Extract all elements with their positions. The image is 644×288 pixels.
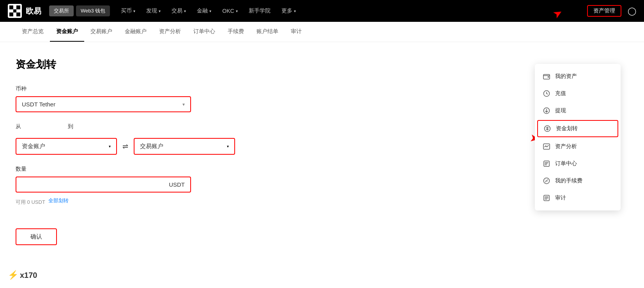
- nav-trade[interactable]: 交易 ▾: [167, 7, 191, 14]
- to-account-select[interactable]: 交易账户 ▾: [134, 138, 235, 155]
- subnav-asset-overview[interactable]: 资产总览: [16, 22, 50, 42]
- chevron-down-icon: ▾: [109, 144, 111, 148]
- coin-select-dropdown[interactable]: USDT Tether ▾: [16, 96, 191, 112]
- dropdown-label-withdraw: 提现: [555, 107, 566, 114]
- subnav-order-center[interactable]: 订单中心: [187, 22, 221, 42]
- chevron-down-icon: ▾: [159, 9, 161, 13]
- orders-icon: [543, 160, 550, 168]
- subnav-trade-account[interactable]: 交易账户: [84, 22, 119, 42]
- subnav-account-statement[interactable]: 账户结单: [250, 22, 285, 42]
- coin-select-value: USDT Tether: [22, 101, 55, 108]
- dropdown-item-order-center[interactable]: 订单中心: [535, 155, 621, 172]
- fee-icon: [543, 177, 550, 185]
- dropdown-item-my-assets[interactable]: 我的资产: [535, 68, 621, 85]
- dropdown-menu: 我的资产 充值 提现 资金划转 资产分析: [535, 64, 621, 210]
- nav-newbie[interactable]: 新手学院: [244, 7, 275, 14]
- dropdown-item-audit[interactable]: 审计: [535, 189, 621, 207]
- dropdown-label-asset-analysis: 资产分析: [555, 143, 577, 150]
- transfer-all-link[interactable]: 全部划转: [48, 197, 69, 204]
- okx-logo-icon: [8, 4, 22, 18]
- wallet-icon: [543, 72, 550, 80]
- nav-finance[interactable]: 金融 ▾: [192, 7, 216, 14]
- from-label: 从: [16, 123, 21, 130]
- from-account-select[interactable]: 资金账户 ▾: [16, 138, 117, 155]
- dropdown-label-my-assets: 我的资产: [555, 73, 577, 80]
- nav-okc[interactable]: OKC ▾: [218, 8, 242, 14]
- exchange-btn[interactable]: 交易所: [49, 5, 74, 16]
- dropdown-item-asset-analysis[interactable]: 资产分析: [535, 138, 621, 155]
- audit-icon: [543, 194, 550, 202]
- dropdown-item-fee[interactable]: 我的手续费: [535, 172, 621, 189]
- chevron-down-icon: ▾: [236, 9, 238, 13]
- to-account-value: 交易账户: [140, 143, 163, 150]
- nav-buy[interactable]: 买币 ▾: [116, 7, 140, 14]
- subnav-fee[interactable]: 手续费: [221, 22, 250, 42]
- analysis-icon: [543, 143, 550, 150]
- subnav-asset-analysis[interactable]: 资产分析: [153, 22, 187, 42]
- dropdown-label-audit: 审计: [555, 194, 566, 201]
- svg-rect-7: [548, 76, 549, 78]
- confirm-button[interactable]: 确认: [16, 228, 57, 245]
- withdraw-icon: [543, 107, 550, 115]
- dropdown-label-fee: 我的手续费: [555, 177, 582, 184]
- transfer-icon: [543, 125, 551, 133]
- dropdown-item-transfer[interactable]: 资金划转: [537, 120, 618, 137]
- chevron-down-icon: ▾: [184, 9, 186, 13]
- user-profile-button[interactable]: ◯: [628, 6, 636, 16]
- from-account-value: 资金账户: [22, 143, 45, 150]
- subnav-finance-account[interactable]: 金融账户: [119, 22, 153, 42]
- subnav-audit[interactable]: 审计: [285, 22, 308, 42]
- recharge-icon: [543, 90, 550, 97]
- dropdown-label-recharge: 充值: [555, 90, 566, 97]
- swap-icon[interactable]: ⇌: [122, 142, 128, 151]
- chevron-down-icon: ▾: [182, 102, 185, 107]
- svg-rect-4: [9, 12, 13, 16]
- main-content: 资金划转 币种 USDT Tether ▾ 从 到 资金账户 ▾ ⇌ 交易账户 …: [0, 42, 644, 261]
- subnav-fund-account[interactable]: 资金账户: [50, 22, 84, 42]
- navbar-right: 资产管理 ◯: [587, 5, 636, 17]
- chevron-down-icon: ▾: [209, 9, 211, 13]
- available-text: 可用 0 USDT: [16, 199, 45, 206]
- nav-more[interactable]: 更多 ▾: [277, 7, 301, 14]
- dropdown-item-recharge[interactable]: 充值: [535, 85, 621, 102]
- nav-links: 买币 ▾ 发现 ▾ 交易 ▾ 金融 ▾ OKC ▾ 新手学院 更多 ▾: [116, 7, 300, 14]
- nav-discover[interactable]: 发现 ▾: [142, 7, 165, 14]
- amount-input-wrapper: USDT: [16, 177, 191, 193]
- sub-nav: 资产总览 资金账户 交易账户 金融账户 资产分析 订单中心 手续费 账户结单 审…: [0, 22, 644, 42]
- amount-unit: USDT: [169, 181, 185, 188]
- chevron-down-icon: ▾: [294, 9, 296, 13]
- logo-text: 欧易: [26, 6, 41, 16]
- dropdown-label-transfer: 资金划转: [556, 125, 578, 132]
- svg-rect-5: [16, 12, 20, 16]
- logo-area[interactable]: 欧易: [8, 4, 41, 18]
- asset-management-button[interactable]: 资产管理: [587, 5, 621, 17]
- dropdown-label-order-center: 订单中心: [555, 160, 577, 167]
- chevron-down-icon: ▾: [133, 9, 135, 13]
- svg-rect-3: [16, 5, 20, 9]
- svg-rect-2: [13, 9, 16, 12]
- dropdown-item-withdraw[interactable]: 提现: [535, 102, 621, 119]
- svg-rect-1: [9, 5, 13, 9]
- web3-wallet-btn[interactable]: Web3 钱包: [76, 5, 110, 16]
- amount-input[interactable]: [22, 181, 169, 188]
- to-label: 到: [68, 123, 73, 130]
- navbar: 欧易 交易所 Web3 钱包 买币 ▾ 发现 ▾ 交易 ▾ 金融 ▾ OKC ▾…: [0, 0, 644, 22]
- chevron-down-icon: ▾: [227, 144, 229, 148]
